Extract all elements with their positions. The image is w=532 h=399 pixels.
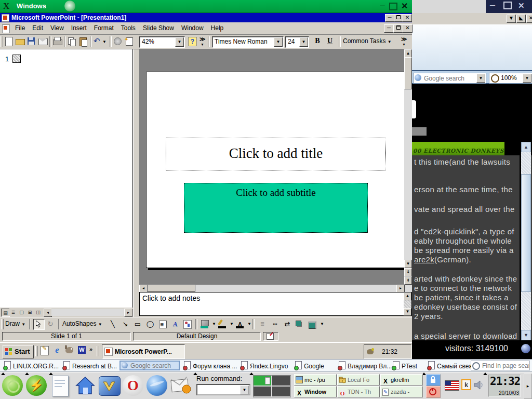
edonkey-icon[interactable] bbox=[64, 345, 75, 355]
menu-file[interactable]: File bbox=[11, 22, 29, 33]
applet-handle-icon[interactable] bbox=[483, 373, 487, 375]
doc-close-icon[interactable]: ✕ bbox=[403, 24, 413, 33]
toolbar-overflow-icon[interactable]: ≫▼ bbox=[200, 36, 206, 49]
clipart-icon[interactable] bbox=[182, 319, 193, 329]
pager-desktop-1[interactable] bbox=[254, 376, 271, 385]
menu-tools[interactable]: Tools bbox=[117, 22, 139, 33]
slide-hscroll-left-icon[interactable]: ◂ bbox=[139, 285, 148, 292]
mail-launcher-icon[interactable] bbox=[170, 377, 191, 394]
run-command-input[interactable] bbox=[198, 385, 242, 394]
undo-icon[interactable]: ↶▼ bbox=[93, 36, 108, 47]
start-button[interactable]: Start bbox=[3, 345, 34, 358]
emulator-minimize-icon[interactable]: ─ bbox=[377, 2, 388, 11]
slide-sorter-view-icon[interactable]: ⊞ bbox=[26, 309, 34, 316]
line-color-icon[interactable] bbox=[217, 319, 229, 329]
kde-task-gkrellm[interactable]: Xgkrellm bbox=[380, 374, 423, 385]
donkey-ad-banner[interactable]: 00 ELECTRONIC DONKEYS! bbox=[412, 142, 504, 155]
taskbar-task-powerpoint[interactable]: Microsoft PowerP... bbox=[102, 344, 185, 359]
ppt-minimize-icon[interactable]: ─ bbox=[385, 14, 394, 22]
emulator-maximize-icon[interactable] bbox=[389, 3, 397, 10]
paste-icon[interactable] bbox=[78, 36, 89, 47]
next-slide-icon[interactable]: ⇟ bbox=[404, 276, 412, 285]
arrow-tool-icon[interactable]: ↘ bbox=[119, 319, 131, 329]
zoom-combo-dropdown-icon[interactable]: ▼ bbox=[175, 37, 184, 47]
pane-splitter[interactable] bbox=[133, 49, 139, 317]
slide-scroll-down-icon[interactable]: ▼ bbox=[404, 260, 412, 268]
logout-button[interactable] bbox=[426, 386, 441, 398]
scroll-up-icon[interactable]: ▲ bbox=[521, 142, 531, 152]
lock-screen-button[interactable] bbox=[426, 374, 441, 386]
bookmarks-google-search-input[interactable] bbox=[129, 362, 179, 370]
outline-slide-icon[interactable] bbox=[12, 55, 21, 63]
dash-style-icon[interactable]: ┅ bbox=[269, 319, 281, 329]
quicklaunch-overflow-icon[interactable]: » bbox=[89, 346, 92, 352]
lightning-launcher-icon[interactable]: ⚡ bbox=[26, 375, 47, 396]
run-command-combo[interactable]: ▼ bbox=[196, 384, 250, 395]
slide-vscroll-thumb[interactable] bbox=[404, 57, 412, 89]
bookmark-yandex-lingvo[interactable]: Яndex.Lingvo bbox=[241, 361, 288, 370]
normal-view-icon[interactable]: ▤ bbox=[1, 309, 10, 317]
bookmark-vladimir[interactable]: Владимир Вл... bbox=[339, 361, 392, 370]
minimize-icon[interactable]: ─ bbox=[490, 1, 495, 9]
desktop-pager[interactable] bbox=[253, 375, 291, 397]
tray-clock[interactable]: 21:32 bbox=[382, 348, 397, 355]
outline-pane[interactable]: 1 bbox=[0, 49, 133, 308]
oval-tool-icon[interactable]: ◯ bbox=[144, 319, 156, 329]
tray-edonkey-icon[interactable] bbox=[367, 348, 375, 355]
emulator-titlebar[interactable]: X Windows ─ ✕ bbox=[0, 0, 412, 13]
slide-hscroll-right-icon[interactable]: ▸ bbox=[396, 285, 405, 292]
scroll-thumb[interactable] bbox=[521, 174, 531, 292]
share2k-link[interactable]: are2k bbox=[414, 255, 434, 264]
internet-explorer-icon[interactable]: e bbox=[52, 345, 62, 355]
doc-restore-icon[interactable] bbox=[393, 24, 403, 33]
subtitle-placeholder[interactable]: Click to add subtitle bbox=[184, 183, 368, 233]
scroll-down-icon[interactable]: ▼ bbox=[521, 330, 531, 340]
kde-task-zazda[interactable]: ✎zazda - bbox=[380, 386, 423, 397]
doc-minimize-icon[interactable]: ─ bbox=[384, 24, 394, 33]
hyperlink-icon[interactable] bbox=[113, 36, 123, 47]
applet-handle-icon[interactable] bbox=[25, 373, 29, 375]
slide-canvas[interactable]: Click to add title Click to add subtitle bbox=[146, 72, 405, 268]
zoom-combo[interactable]: 42% ▼ bbox=[139, 36, 185, 48]
print-icon[interactable] bbox=[52, 36, 63, 47]
fill-color-icon[interactable] bbox=[200, 319, 211, 329]
new-slide-icon[interactable]: ✦ bbox=[124, 36, 135, 47]
underline-button[interactable]: U bbox=[325, 37, 335, 46]
kde-task-windows[interactable]: XWindow bbox=[294, 386, 337, 397]
keyboard-layout-flag-icon[interactable] bbox=[445, 380, 459, 391]
maximize-icon[interactable] bbox=[503, 2, 512, 9]
zoom-dropdown-icon[interactable]: ▼ bbox=[523, 74, 531, 83]
slideshow-view-icon[interactable]: ◫ bbox=[34, 309, 42, 316]
menu-edit[interactable]: Edit bbox=[29, 22, 47, 33]
google-search-box[interactable]: ▼ bbox=[413, 73, 486, 84]
pager-desktop-4[interactable] bbox=[272, 387, 290, 396]
slide-view-icon[interactable]: ▢ bbox=[18, 309, 25, 316]
arrow-style-icon[interactable]: ⇄ bbox=[282, 319, 293, 329]
search-dropdown-icon[interactable]: ▼ bbox=[476, 74, 485, 83]
menu-view[interactable]: View bbox=[47, 22, 68, 33]
menu-slideshow[interactable]: Slide Show bbox=[139, 22, 178, 33]
bookmark-forum[interactable]: Форум клана ... bbox=[184, 361, 237, 370]
mdi-close-icon[interactable]: ✕ bbox=[526, 15, 532, 23]
slide-hscrollbar[interactable]: ◂ ▸ bbox=[139, 285, 404, 292]
slide-scroll-up-icon[interactable]: ▲ bbox=[404, 49, 412, 58]
select-objects-icon[interactable] bbox=[33, 319, 45, 330]
kde-task-local-folder[interactable]: Local Fo bbox=[337, 374, 380, 385]
notes-scrollbar[interactable]: ▲ ▼ bbox=[404, 292, 411, 315]
fill-color-dropdown-icon[interactable]: ▼ bbox=[212, 322, 216, 326]
open-icon[interactable] bbox=[15, 36, 25, 47]
drawbar-more-icon[interactable]: ▼ bbox=[320, 322, 324, 326]
pager-desktop-3[interactable] bbox=[254, 387, 271, 396]
autoshapes-menu-button[interactable]: AutoShapes ▼ bbox=[62, 320, 102, 327]
bookmark-google[interactable]: Google bbox=[295, 361, 324, 370]
bookmark-research[interactable]: Research at B... bbox=[63, 361, 117, 370]
panel-hide-icon[interactable]: ▸ bbox=[524, 374, 532, 399]
copy-icon[interactable] bbox=[67, 36, 77, 47]
mdi-restore-icon[interactable]: ◣ bbox=[516, 15, 526, 23]
outline-hscroll-track[interactable] bbox=[51, 309, 124, 316]
previous-slide-icon[interactable]: ⇞ bbox=[404, 268, 412, 276]
applet-handle-icon[interactable] bbox=[1, 373, 5, 375]
wordart-icon[interactable]: A bbox=[169, 319, 181, 329]
line-tool-icon[interactable]: ╲ bbox=[107, 319, 118, 329]
volume-icon[interactable] bbox=[474, 380, 485, 390]
